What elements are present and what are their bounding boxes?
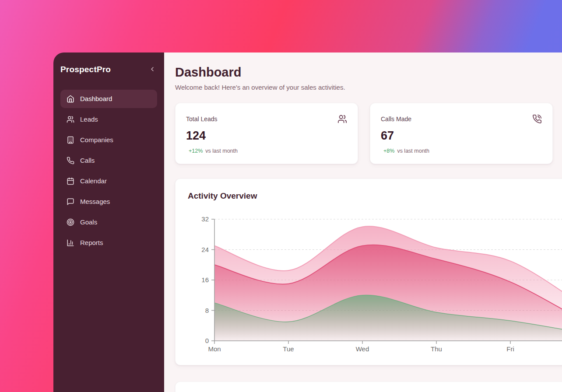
- sidebar-item-label: Calendar: [80, 177, 107, 185]
- stats-row: Total Leads 124 +12% vs last month Calls…: [175, 103, 562, 164]
- sidebar-item-messages[interactable]: Messages: [60, 192, 157, 211]
- activity-overview-card: Activity Overview 08162432MonTueWedThuFr…: [175, 178, 562, 365]
- stat-value: 67: [381, 129, 542, 143]
- stat-trend: +12% vs last month: [186, 148, 347, 154]
- activity-overview-title: Activity Overview: [188, 191, 562, 201]
- stat-trend-note: vs last month: [397, 148, 429, 154]
- brand-logo: ProspectPro: [60, 65, 111, 74]
- sidebar-header: ProspectPro: [60, 64, 157, 75]
- sidebar-item-label: Companies: [80, 136, 113, 144]
- y-tick-label: 32: [201, 215, 209, 223]
- x-tick-label: Mon: [208, 345, 221, 353]
- y-tick-label: 0: [205, 337, 209, 344]
- stat-trend-value: +8%: [383, 148, 394, 154]
- sidebar-item-goals[interactable]: Goals: [60, 213, 157, 231]
- home-icon: [67, 95, 74, 103]
- y-tick-label: 8: [205, 307, 209, 314]
- sidebar-item-leads[interactable]: Leads: [60, 110, 157, 129]
- sidebar-item-reports[interactable]: Reports: [60, 234, 157, 252]
- desktop-background: { "sidebar": { "brand": "ProspectPro", "…: [0, 0, 562, 392]
- sidebar: ProspectPro Dashboard Leads Companies Ca…: [53, 52, 164, 392]
- building-icon: [67, 136, 74, 144]
- target-icon: [67, 218, 74, 226]
- stat-card-header: Calls Made: [381, 114, 542, 126]
- x-tick-label: Thu: [431, 345, 442, 353]
- sidebar-item-label: Calls: [80, 157, 95, 164]
- users-icon: [337, 114, 347, 126]
- stat-trend: +8% vs last month: [381, 148, 542, 154]
- x-tick-label: Fri: [506, 345, 514, 353]
- y-tick-label: 24: [201, 246, 209, 253]
- sidebar-item-label: Messages: [80, 198, 110, 206]
- stat-trend-note: vs last month: [205, 148, 238, 154]
- sidebar-nav: Dashboard Leads Companies Calls Calendar…: [60, 90, 157, 252]
- chevron-left-icon: [149, 66, 156, 74]
- sidebar-item-companies[interactable]: Companies: [60, 131, 157, 149]
- sidebar-item-calls[interactable]: Calls: [60, 151, 157, 170]
- sidebar-item-calendar[interactable]: Calendar: [60, 172, 157, 190]
- stat-trend-value: +12%: [189, 148, 203, 154]
- sidebar-item-label: Leads: [80, 116, 98, 123]
- sidebar-item-dashboard[interactable]: Dashboard: [60, 90, 157, 108]
- users-icon: [67, 116, 74, 123]
- stat-card-total-leads: Total Leads 124 +12% vs last month: [175, 103, 358, 164]
- phone-call-icon: [532, 114, 542, 126]
- sidebar-item-label: Goals: [80, 218, 97, 226]
- stat-label: Total Leads: [186, 114, 218, 122]
- sidebar-item-label: Dashboard: [80, 95, 112, 103]
- phone-icon: [67, 157, 74, 164]
- partial-card-bottom: [175, 382, 562, 392]
- sidebar-collapse-button[interactable]: [148, 65, 157, 74]
- stat-card-header: Total Leads: [186, 114, 347, 126]
- y-tick-label: 16: [201, 276, 209, 284]
- page-subtitle: Welcome back! Here's an overview of your…: [175, 83, 562, 92]
- calendar-icon: [67, 177, 74, 185]
- page-title: Dashboard: [175, 65, 562, 80]
- stat-label: Calls Made: [381, 114, 411, 122]
- app-window: ProspectPro Dashboard Leads Companies Ca…: [53, 52, 562, 392]
- activity-chart[interactable]: 08162432MonTueWedThuFri: [188, 214, 562, 367]
- main-content: Dashboard Welcome back! Here's an overvi…: [164, 52, 562, 392]
- message-square-icon: [67, 198, 74, 206]
- x-tick-label: Wed: [356, 345, 369, 353]
- x-tick-label: Tue: [283, 345, 294, 353]
- stat-value: 124: [186, 129, 347, 143]
- sidebar-item-label: Reports: [80, 239, 103, 247]
- stat-card-calls-made: Calls Made 67 +8% vs last month: [370, 103, 553, 164]
- bar-chart-icon: [67, 239, 74, 247]
